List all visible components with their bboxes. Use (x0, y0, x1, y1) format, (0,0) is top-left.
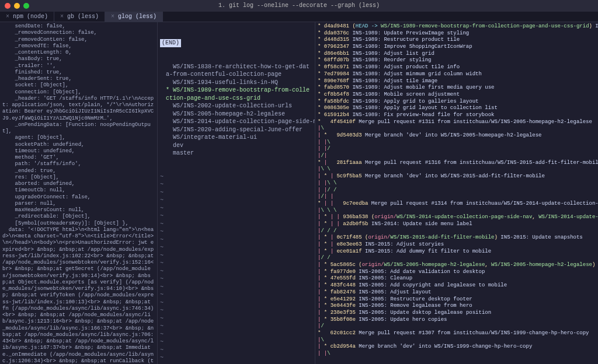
branch-item[interactable]: WS/INS-2002-update-collection-urls (160, 102, 312, 110)
branch-item[interactable]: dev (160, 142, 312, 150)
close-tab-icon[interactable]: × (6, 13, 9, 21)
git-log-line: | |/ / (318, 187, 596, 194)
branch-item[interactable]: WS/INS-1838-re-architect-how-to-get-data… (160, 63, 312, 79)
branch-item[interactable]: WS/INS-1934-useful-links-in-HQ (160, 79, 312, 87)
tab-npm[interactable]: ×npm (node) (0, 12, 54, 22)
branch-item[interactable]: WS/INS-2014-update-collection-page-side-… (160, 118, 312, 126)
git-log-line: | * fa977de0 INS-2005: Add date validati… (318, 269, 596, 276)
git-log-line: | * | e8e3ee63 INS-2015: Adjust storyies (318, 242, 596, 249)
git-log-line: | * | ece01a1f INS-2015: Add dummy fit f… (318, 249, 596, 256)
git-log-line: | * | | 936ba538 (origin/WS/INS-2014-upd… (318, 214, 596, 221)
git-log-line: | * | 5c9f5ba5 Merge branch 'dev' into W… (318, 173, 596, 180)
git-log-line: * 62c01cc2 Merge pull request #1307 from… (318, 330, 596, 337)
git-log-line: | * fab82476 INS-2005: Adjust layout (318, 289, 596, 296)
git-log-line: * dda0376c INS-1989: Update PreviewImage… (318, 30, 596, 37)
git-log-line: |/| (318, 153, 596, 160)
branch-item[interactable]: master (160, 149, 312, 158)
git-log-line: * 0f58c971 INS-1989: Adjust product tile… (318, 64, 596, 71)
branch-item[interactable]: WS/integrate-material-ui (160, 134, 312, 142)
git-log-line: | |\ (318, 139, 596, 146)
tab-label: glog (less) (118, 13, 157, 21)
git-log-line: * | 281f1aaa Merge pull request #1316 fr… (318, 160, 596, 167)
close-tab-icon[interactable]: × (111, 13, 114, 21)
branch-item[interactable]: * WS/INS-1989-remove-bootstrap-from-coll… (160, 86, 312, 102)
git-log-line: |\ (318, 125, 596, 132)
git-log-line: |/ / / (318, 228, 596, 235)
git-log-line: |/ / (318, 255, 596, 262)
git-log-line: | |/ (318, 146, 596, 153)
branch-item[interactable]: WS/INS-2005-homepage-h2-legalese (160, 110, 312, 118)
git-log-line: * | | 9c7eedba Merge pull request #1314 … (318, 201, 596, 208)
git-log-line: |/ (318, 323, 596, 330)
git-log-line: * 890e768f INS-1989: Adjust tile image (318, 78, 596, 85)
git-log-line: | * 35b8f08e INS-2005: Update hero copie… (318, 317, 596, 324)
tab-label: gb (less) (67, 13, 99, 21)
git-log-line: | |\ \ (318, 180, 596, 187)
window-title: 1. git log --oneline --decorate --graph … (0, 2, 598, 10)
git-log-line: * 615912b4 INS-1989: Fix preview-head fi… (318, 112, 596, 119)
git-log-line: * 4f45410f Merge pull request #1311 from… (318, 119, 596, 126)
git-log-line: * d86e6bb1 INS-1989: Adjust list grid (318, 51, 596, 58)
branch-item[interactable]: WS/INS-2020-adding-special-June-offer (160, 126, 312, 134)
tab-glog[interactable]: ×glog (less) (105, 12, 163, 22)
git-log-line: | |\ (318, 351, 596, 358)
git-log-line: | * e5e41292 INS-2005: Restructure deskt… (318, 296, 596, 303)
git-log-line: * fa58bfdc INS-1989: Apply grid to galle… (318, 99, 596, 106)
git-log-line: | * 483fc448 INS-2005: Add copyright and… (318, 282, 596, 289)
git-log-line: * fabd8570 INS-1989: Adjust mobile first… (318, 85, 596, 92)
git-log-line: |/| | (318, 194, 596, 201)
pane-branch-list[interactable]: (END) WS/INS-1838-re-architect-how-to-ge… (158, 22, 315, 364)
tab-label: npm (node) (13, 13, 48, 21)
pane-npm-output[interactable]: sendDate: false, _removedConnection: fal… (0, 22, 158, 364)
git-log-line: * 0086305e INS-1989: Apply grid layout t… (318, 105, 596, 112)
git-log-line: | * 5ac5865c (origin/WS/INS-2005-homepag… (318, 262, 596, 269)
git-log-line: | * | | a2db0f5b INS-2014: Update side m… (318, 221, 596, 228)
tilde-filler: ~ ~ ~ ~ ~ ~ ~ ~ ~ ~ ~ ~ ~ ~ ~ ~ ~ ~ ~ ~ … (160, 173, 312, 365)
git-log-line: |\ \ \ (318, 208, 596, 215)
git-log-line: * 07962347 INS-1989: Improve ShoppingCar… (318, 44, 596, 51)
close-tab-icon[interactable]: × (60, 13, 64, 21)
git-log-line: | * 47e555fd INS-2005: Cleanup (318, 275, 596, 282)
git-log-line: |\ (318, 337, 596, 344)
split-panes: sendDate: false, _removedConnection: fal… (0, 22, 598, 364)
tab-bar: ×npm (node) ×gb (less) ×glog (less) (0, 12, 598, 22)
git-log-line: | * 9d5403d3 Merge branch 'dev' into WS/… (318, 132, 596, 139)
tab-gb[interactable]: ×gb (less) (54, 12, 105, 22)
git-log-line: | * 3e0443fe INS-2005: Remove legalease … (318, 303, 596, 310)
window-titlebar: 1. git log --oneline --decorate --graph … (0, 0, 598, 12)
git-log-line: * d448d315 INS-1989: Restructure product… (318, 37, 596, 44)
git-log-line: | * cb2d954a Merge branch 'dev' into WS/… (318, 344, 596, 351)
git-log-line: * 68ffd07b INS-1989: Reorder styling (318, 57, 596, 64)
git-log-line: * 7ed79984 INS-1989: Adjust minmum grid … (318, 71, 596, 78)
pane-git-log[interactable]: * d4ad9481 (HEAD -> WS/INS-1989-remove-b… (315, 22, 598, 364)
git-log-line: |\ \ (318, 166, 596, 173)
git-log-line: * d4ad9481 (HEAD -> WS/INS-1989-remove-b… (318, 23, 596, 30)
git-log-line: | * | 0c71f485 (origin/WS/INS-2015-add-f… (318, 235, 596, 242)
pager-end-badge: (END) (160, 39, 312, 47)
git-log-line: | * 238e3f35 INS-2005: Update dsktop leg… (318, 310, 596, 317)
git-log-line: * cf8b54f8 INS-1989: Mobile screen adjus… (318, 92, 596, 99)
node-dump-text: sendDate: false, _removedConnection: fal… (2, 23, 157, 364)
